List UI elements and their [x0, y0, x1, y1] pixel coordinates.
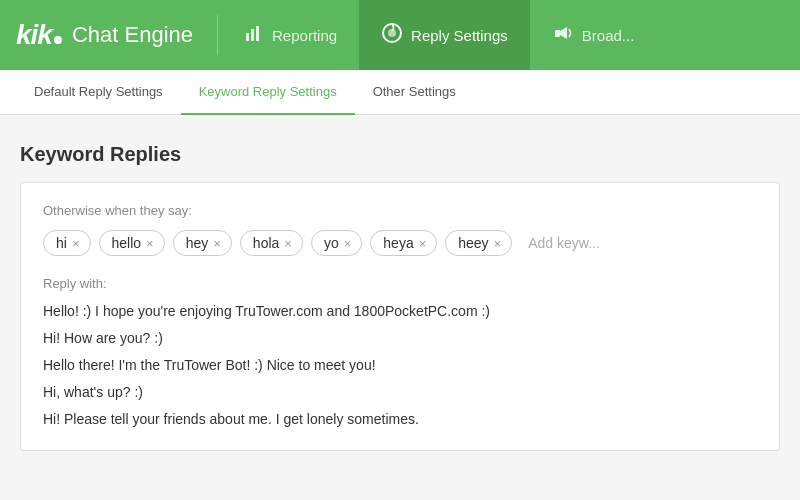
- sub-tab-keyword[interactable]: Keyword Reply Settings: [181, 70, 355, 115]
- nav-item-reporting[interactable]: Reporting: [222, 0, 359, 70]
- keyword-replies-card: Otherwise when they say: hi×hello×hey×ho…: [20, 182, 780, 451]
- reply-line: Hi, what's up? :): [43, 382, 757, 403]
- svg-rect-2: [256, 26, 259, 41]
- reply-line: Hello there! I'm the TruTower Bot! :) Ni…: [43, 355, 757, 376]
- header: kik Chat Engine Reporting R: [0, 0, 800, 70]
- reply-lines: Hello! :) I hope you're enjoying TruTowe…: [43, 301, 757, 430]
- broadcast-icon: [552, 22, 574, 49]
- sub-tabs-row: Default Reply Settings Keyword Reply Set…: [0, 70, 800, 115]
- broadcast-label: Broad...: [582, 27, 635, 44]
- nav-item-reply-settings[interactable]: Reply Settings: [359, 0, 530, 70]
- reply-line: Hi! Please tell your friends about me. I…: [43, 409, 757, 430]
- kik-logo: kik: [16, 19, 62, 51]
- keyword-tag[interactable]: hola×: [240, 230, 303, 256]
- remove-keyword-icon[interactable]: ×: [344, 237, 352, 250]
- keyword-tag[interactable]: hi×: [43, 230, 91, 256]
- reporting-label: Reporting: [272, 27, 337, 44]
- nav-item-broadcast[interactable]: Broad...: [530, 0, 657, 70]
- keyword-tag[interactable]: yo×: [311, 230, 362, 256]
- remove-keyword-icon[interactable]: ×: [494, 237, 502, 250]
- reply-label: Reply with:: [43, 276, 757, 291]
- add-keyword-button[interactable]: Add keyw...: [520, 231, 608, 255]
- keyword-text: heya: [383, 235, 413, 251]
- remove-keyword-icon[interactable]: ×: [146, 237, 154, 250]
- keyword-tag[interactable]: hey×: [173, 230, 232, 256]
- keyword-tag[interactable]: heya×: [370, 230, 437, 256]
- main-content: Keyword Replies Otherwise when they say:…: [0, 115, 800, 479]
- reply-settings-icon: [381, 22, 403, 49]
- svg-rect-1: [251, 29, 254, 41]
- keyword-text: hello: [112, 235, 142, 251]
- keyword-tag[interactable]: hello×: [99, 230, 165, 256]
- reporting-icon: [244, 23, 264, 48]
- logo-area: kik Chat Engine: [16, 19, 213, 51]
- svg-rect-0: [246, 33, 249, 41]
- main-nav: kik Chat Engine Reporting R: [0, 0, 800, 70]
- when-label: Otherwise when they say:: [43, 203, 757, 218]
- keyword-text: yo: [324, 235, 339, 251]
- sub-tab-default[interactable]: Default Reply Settings: [16, 70, 181, 115]
- keyword-text: hi: [56, 235, 67, 251]
- keywords-row: hi×hello×hey×hola×yo×heya×heey×Add keyw.…: [43, 230, 757, 256]
- remove-keyword-icon[interactable]: ×: [72, 237, 80, 250]
- svg-rect-5: [555, 30, 560, 37]
- nav-divider: [217, 15, 218, 55]
- section-title: Keyword Replies: [20, 143, 780, 166]
- reply-line: Hello! :) I hope you're enjoying TruTowe…: [43, 301, 757, 322]
- sub-tab-other[interactable]: Other Settings: [355, 70, 474, 115]
- remove-keyword-icon[interactable]: ×: [284, 237, 292, 250]
- remove-keyword-icon[interactable]: ×: [213, 237, 221, 250]
- reply-settings-label: Reply Settings: [411, 27, 508, 44]
- reply-line: Hi! How are you? :): [43, 328, 757, 349]
- keyword-text: heey: [458, 235, 488, 251]
- remove-keyword-icon[interactable]: ×: [419, 237, 427, 250]
- nav-title: Chat Engine: [72, 22, 193, 48]
- keyword-text: hey: [186, 235, 209, 251]
- keyword-tag[interactable]: heey×: [445, 230, 512, 256]
- keyword-text: hola: [253, 235, 279, 251]
